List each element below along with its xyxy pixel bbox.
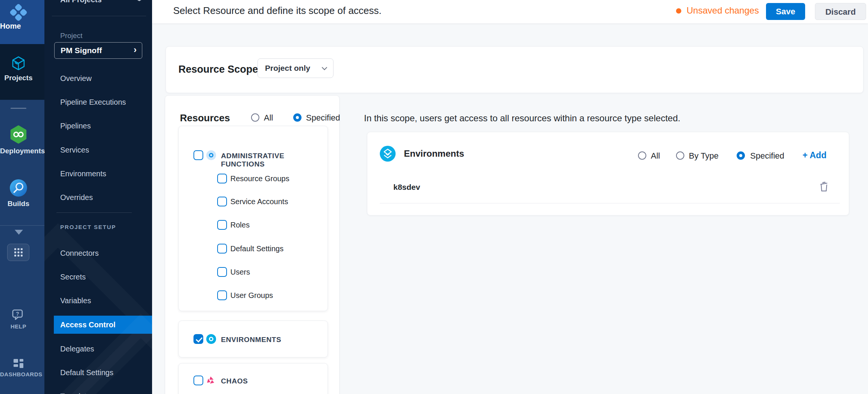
resources-radio-specified[interactable]	[293, 113, 302, 122]
project-sidebar: All Projects Project PM Signoff › Overvi…	[44, 0, 152, 394]
collapse-chevron-icon[interactable]	[15, 230, 23, 235]
scope-note: In this scope, users get access to all r…	[364, 113, 680, 124]
sidebar-item-access-control[interactable]: Access Control	[54, 316, 152, 334]
admin-functions-label: ADMINISTRATIVE FUNCTIONS	[221, 152, 327, 168]
environments-glyph-icon	[380, 146, 396, 162]
sidebar-item-environments[interactable]: Environments	[44, 165, 152, 182]
service-accounts-checkbox[interactable]	[217, 197, 227, 206]
discard-button[interactable]: Discard	[815, 3, 866, 20]
rail-divider	[11, 108, 26, 109]
project-selector[interactable]: PM Signoff ›	[54, 42, 142, 59]
sidebar-top-row[interactable]: All Projects	[44, 0, 152, 6]
row-divider	[380, 203, 840, 203]
sidebar-item-variables[interactable]: Variables	[44, 292, 152, 309]
deployments-icon	[8, 124, 29, 145]
sidebar-item-templates[interactable]: Templates	[44, 388, 152, 394]
sidebar-item-connectors[interactable]: Connectors	[44, 245, 152, 261]
environments-group-card: ENVIRONMENTS	[178, 321, 328, 357]
admin-functions-checkbox[interactable]	[193, 150, 203, 160]
resources-title: Resources	[180, 112, 230, 124]
rail-item-dashboards[interactable]: DASHBOARDS	[0, 358, 37, 377]
resource-scope-dropdown[interactable]: Project only	[257, 58, 333, 78]
roles-checkbox[interactable]	[217, 220, 227, 230]
resource-scope-card: Resource Scope Project only	[166, 46, 863, 93]
default-settings-label: Default Settings	[230, 244, 283, 253]
rail-section-divider	[0, 225, 44, 226]
environments-checkbox[interactable]	[193, 334, 203, 344]
builds-icon	[9, 179, 28, 197]
roles-label: Roles	[230, 221, 250, 229]
sidebar-item-overview[interactable]: Overview	[44, 70, 152, 87]
default-settings-checkbox[interactable]	[217, 244, 227, 254]
app-window: Home Projects Deployments	[0, 0, 868, 394]
sidebar-item-pipelines[interactable]: Pipelines	[44, 118, 152, 134]
header-message: Select Resource and define its scope of …	[173, 5, 382, 17]
chaos-checkbox[interactable]	[193, 376, 203, 385]
env-radio-specified-label[interactable]: Specified	[750, 151, 784, 161]
harness-logo-icon	[10, 4, 27, 21]
rail-label-builds: Builds	[0, 200, 37, 208]
chevron-down-icon	[321, 67, 327, 70]
project-label: Project	[60, 32, 82, 40]
env-radio-by-type[interactable]	[676, 151, 684, 160]
apps-grid-button[interactable]	[7, 244, 29, 261]
module-rail: Home Projects Deployments	[0, 0, 44, 394]
resources-panel: Resources All Specified ADMINISTRATIVE F…	[165, 95, 340, 394]
resource-scope-title: Resource Scope	[178, 64, 258, 75]
project-setup-header: PROJECT SETUP	[60, 224, 116, 230]
rail-label-home: Home	[0, 22, 37, 31]
rail-item-home[interactable]: Home	[0, 0, 44, 44]
user-groups-checkbox[interactable]	[217, 290, 227, 300]
sidebar-item-default-settings[interactable]: Default Settings	[44, 364, 152, 381]
sidebar-divider	[52, 16, 146, 16]
sidebar-item-overrides[interactable]: Overrides	[44, 189, 152, 206]
page-header: Select Resource and define its scope of …	[152, 0, 868, 23]
add-environment-button[interactable]: + Add	[803, 150, 827, 160]
sidebar-item-services[interactable]: Services	[44, 142, 152, 158]
projects-cube-icon	[10, 55, 27, 72]
rail-item-projects[interactable]: Projects	[0, 55, 37, 82]
sidebar-divider	[56, 212, 132, 213]
environment-item-k8sdev: k8sdev	[393, 183, 420, 192]
users-label: Users	[230, 268, 250, 276]
resources-radio-all[interactable]	[251, 113, 259, 122]
env-radio-specified[interactable]	[737, 151, 745, 160]
svg-text:?: ?	[16, 311, 19, 317]
rail-item-builds[interactable]: Builds	[0, 179, 37, 208]
environments-card-title: Environments	[404, 148, 464, 159]
env-radio-all-label[interactable]: All	[651, 151, 660, 161]
project-name: PM Signoff	[61, 46, 102, 55]
dashboards-icon	[13, 358, 24, 369]
sidebar-item-delegates[interactable]: Delegates	[44, 341, 152, 357]
env-radio-all[interactable]	[638, 151, 646, 160]
rail-label-projects: Projects	[0, 74, 37, 82]
rail-item-deployments[interactable]: Deployments	[0, 124, 37, 155]
service-accounts-label: Service Accounts	[230, 197, 288, 206]
environments-circle-icon	[380, 146, 396, 162]
users-checkbox[interactable]	[217, 267, 227, 277]
chevron-right-icon: ›	[134, 44, 137, 55]
project-cube-icon	[132, 0, 146, 2]
apps-grid-icon	[14, 248, 23, 257]
resource-groups-checkbox[interactable]	[217, 174, 227, 183]
resources-radio-specified-label[interactable]: Specified	[306, 113, 340, 123]
resources-radio-all-label[interactable]: All	[264, 113, 273, 123]
all-projects-link[interactable]: All Projects	[60, 0, 102, 4]
delete-trash-icon[interactable]	[819, 181, 829, 192]
user-groups-label: User Groups	[230, 291, 273, 300]
chaos-group-label: CHAOS	[221, 377, 248, 385]
environments-icon	[206, 334, 216, 344]
resource-scope-value: Project only	[265, 64, 310, 73]
rail-label-dashboards: DASHBOARDS	[0, 371, 37, 377]
sidebar-item-secrets[interactable]: Secrets	[44, 269, 152, 285]
save-button[interactable]: Save	[766, 3, 805, 20]
rail-item-help[interactable]: ? HELP	[0, 309, 37, 330]
admin-functions-icon	[206, 150, 216, 160]
help-chat-icon: ?	[12, 309, 25, 321]
environments-scope-card: Environments All By Type Specified + Add…	[367, 132, 849, 215]
unsaved-changes-label: Unsaved changes	[687, 5, 759, 16]
rail-label-help: HELP	[0, 323, 37, 330]
sidebar-item-pipeline-executions[interactable]: Pipeline Executions	[44, 94, 152, 110]
env-radio-by-type-label[interactable]: By Type	[689, 151, 719, 161]
chaos-group-card: CHAOS	[178, 363, 328, 394]
